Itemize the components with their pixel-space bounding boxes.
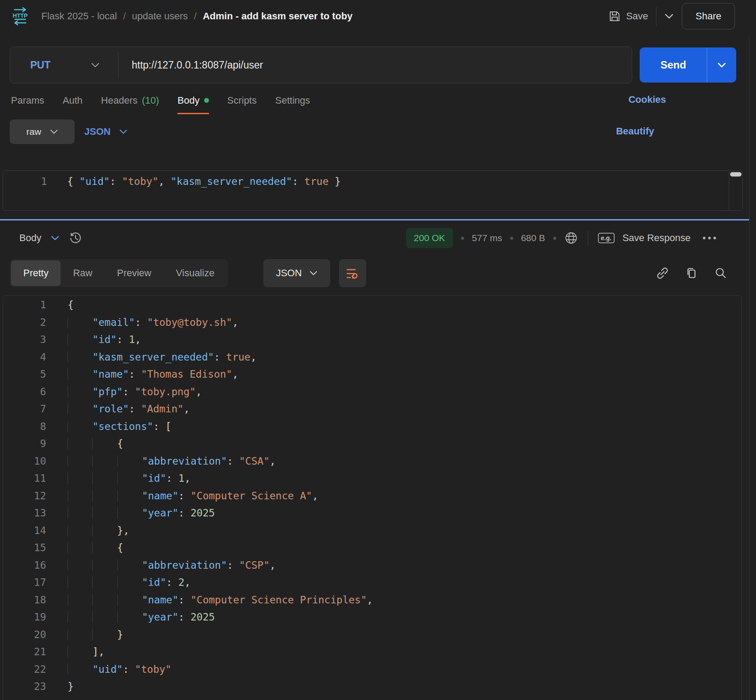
indent-guide xyxy=(68,594,92,606)
cookies-link[interactable]: Cookies xyxy=(628,94,666,105)
body-mode-select[interactable]: raw xyxy=(10,119,75,144)
line-number: 2 xyxy=(3,314,46,332)
save-response-button[interactable]: Save Response xyxy=(623,232,691,244)
line-number: 8 xyxy=(3,418,46,436)
send-button[interactable]: Send xyxy=(640,47,707,83)
send-split-button: Send xyxy=(640,47,736,83)
more-options-icon[interactable] xyxy=(703,237,716,239)
tab-auth[interactable]: Auth xyxy=(63,88,83,114)
indent-guide xyxy=(68,438,92,449)
code-line: 15 { xyxy=(3,539,742,557)
response-body-viewer[interactable]: 1{2 "email": "toby@toby.sh",3 "id": 1,4 … xyxy=(3,295,742,700)
line-number: 1 xyxy=(3,173,47,190)
send-options-chevron-icon[interactable] xyxy=(707,47,736,83)
response-body-select[interactable]: Body xyxy=(19,227,82,249)
line-number: 7 xyxy=(3,401,46,418)
body-language-select[interactable]: JSON xyxy=(84,119,127,144)
save-button[interactable]: Save xyxy=(608,10,648,22)
code-line: 6 "pfp": "toby.png", xyxy=(3,383,742,401)
code-line: 8 "sections": [ xyxy=(3,418,742,436)
tab-headers[interactable]: Headers(10) xyxy=(101,88,159,114)
indent-guide xyxy=(92,490,117,502)
response-language-select[interactable]: JSON xyxy=(263,259,330,287)
code-line: 7 "role": "Admin", xyxy=(3,401,742,418)
response-body-chevron-icon xyxy=(51,235,59,241)
indent-guide xyxy=(117,455,142,467)
http-request-icon: HTTP xyxy=(11,7,29,25)
line-number: 23 xyxy=(3,678,46,696)
indent-guide xyxy=(68,542,92,553)
indent-guide xyxy=(68,403,92,415)
line-number: 16 xyxy=(3,557,46,574)
copy-response-icon[interactable] xyxy=(685,267,698,280)
method-selector[interactable]: PUT xyxy=(30,59,50,71)
indent-guide xyxy=(92,559,117,571)
view-tab-pretty[interactable]: Pretty xyxy=(11,260,61,286)
line-number: 22 xyxy=(3,661,46,678)
indent-guide xyxy=(68,629,92,640)
header-divider xyxy=(656,7,656,26)
indent-guide xyxy=(92,594,117,606)
network-globe-icon[interactable] xyxy=(564,231,578,245)
view-tab-visualize[interactable]: Visualize xyxy=(164,260,227,286)
code-line: 1{ "uid": "toby", "kasm_server_needed": … xyxy=(3,173,742,190)
header-actions: Save Share xyxy=(608,0,735,32)
save-options-chevron-icon[interactable] xyxy=(664,13,674,19)
request-body-editor[interactable]: 1{ "uid": "toby", "kasm_server_needed": … xyxy=(3,170,743,211)
svg-text:HTTP: HTTP xyxy=(13,12,28,19)
wrap-text-button[interactable] xyxy=(339,259,366,287)
tab-scripts[interactable]: Scripts xyxy=(227,88,257,114)
share-button[interactable]: Share xyxy=(682,3,735,29)
response-status-group: 200 OK 577 ms 680 B e.g. Save Response xyxy=(406,227,716,249)
view-tab-raw[interactable]: Raw xyxy=(61,260,104,286)
beautify-link[interactable]: Beautify xyxy=(616,126,654,137)
pane-splitter[interactable] xyxy=(0,219,749,220)
indent-guide xyxy=(68,455,92,467)
status-badge[interactable]: 200 OK xyxy=(406,228,453,248)
code-line: 20 } xyxy=(3,626,742,644)
indent-guide xyxy=(68,317,92,328)
search-response-icon[interactable] xyxy=(714,267,727,280)
method-chevron-icon[interactable] xyxy=(91,62,100,68)
response-history-icon[interactable] xyxy=(69,231,82,245)
code-line: 1{ xyxy=(3,296,742,314)
indent-guide xyxy=(117,473,142,484)
line-number: 19 xyxy=(3,609,46,626)
request-title: Admin - add kasm server to toby xyxy=(203,11,353,22)
tab-body[interactable]: Body xyxy=(177,88,209,114)
code-line: 21 ], xyxy=(3,643,742,661)
body-modified-dot xyxy=(204,98,209,103)
indent-guide xyxy=(68,507,92,519)
tab-settings[interactable]: Settings xyxy=(275,88,310,114)
body-mode-chevron-icon xyxy=(50,129,58,134)
url-divider xyxy=(118,52,119,78)
indent-guide xyxy=(92,455,117,467)
url-input[interactable]: http://127.0.0.1:8087/api/user xyxy=(132,59,263,71)
header-bar: HTTP Flask 2025 - local / update users /… xyxy=(0,0,756,32)
example-icon: e.g. xyxy=(598,233,615,243)
tab-params[interactable]: Params xyxy=(11,88,44,114)
text-wrap-icon xyxy=(346,266,360,280)
line-number: 1 xyxy=(3,296,46,314)
breadcrumb-collection[interactable]: Flask 2025 - local xyxy=(41,11,117,22)
scrollbar-thumb[interactable] xyxy=(730,172,742,177)
code-line: 12 "name": "Computer Science A", xyxy=(3,487,742,505)
request-url-bar: PUT http://127.0.0.1:8087/api/user xyxy=(10,47,632,83)
response-time[interactable]: 577 ms xyxy=(472,233,502,243)
response-size[interactable]: 680 B xyxy=(521,233,545,243)
code-line: 4 "kasm_server_needed": true, xyxy=(3,349,742,366)
breadcrumb-folder[interactable]: update users xyxy=(132,11,188,22)
request-editor-scrollbar[interactable] xyxy=(729,171,742,210)
copy-link-icon[interactable] xyxy=(656,267,669,280)
code-line: 23} xyxy=(3,678,742,696)
line-number: 20 xyxy=(3,626,46,644)
indent-guide xyxy=(68,421,92,432)
code-line: 2 "email": "toby@toby.sh", xyxy=(3,314,742,332)
line-number: 10 xyxy=(3,453,46,470)
right-rail xyxy=(749,37,756,700)
code-line: 5 "name": "Thomas Edison", xyxy=(3,366,742,383)
indent-guide xyxy=(68,611,92,623)
code-line: 9 { xyxy=(3,435,742,453)
view-tab-preview[interactable]: Preview xyxy=(104,260,163,286)
headers-count: (10) xyxy=(142,95,159,106)
